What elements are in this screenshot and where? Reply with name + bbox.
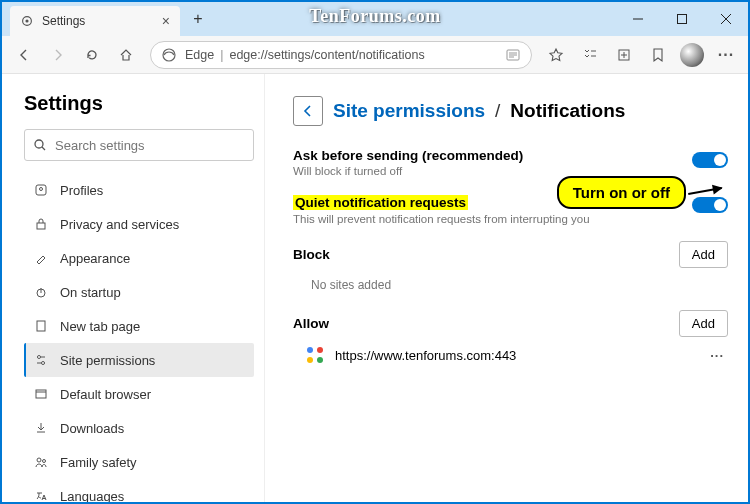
profile-icon <box>32 183 50 197</box>
address-url: edge://settings/content/notifications <box>229 48 424 62</box>
allowed-site-row: https://www.tenforums.com:443 ··· <box>307 347 728 363</box>
ask-before-sending-toggle[interactable] <box>692 152 728 168</box>
browser-tab[interactable]: Settings × <box>10 6 180 36</box>
breadcrumb-separator: / <box>495 100 500 122</box>
back-button[interactable] <box>293 96 323 126</box>
new-tab-button[interactable]: + <box>184 5 212 33</box>
svg-line-17 <box>42 147 45 150</box>
family-icon <box>32 455 50 469</box>
svg-point-19 <box>40 188 43 191</box>
site-favicon <box>307 347 323 363</box>
sidebar-item-startup[interactable]: On startup <box>24 275 254 309</box>
svg-rect-20 <box>37 223 45 229</box>
reading-mode-icon[interactable] <box>505 47 521 63</box>
brush-icon <box>32 251 50 265</box>
svg-rect-23 <box>37 321 45 331</box>
sidebar-item-family[interactable]: Family safety <box>24 445 254 479</box>
window-minimize-button[interactable] <box>616 4 660 34</box>
tab-title: Settings <box>42 14 85 28</box>
svg-rect-3 <box>678 15 687 24</box>
svg-rect-28 <box>36 390 46 398</box>
settings-sidebar: Settings Search settings Profiles Privac… <box>2 74 265 502</box>
sidebar-item-downloads[interactable]: Downloads <box>24 411 254 445</box>
allow-section-title: Allow <box>293 316 329 331</box>
notes-icon[interactable] <box>642 40 674 70</box>
quiet-requests-toggle[interactable] <box>692 197 728 213</box>
more-menu-icon[interactable]: ··· <box>710 40 742 70</box>
sidebar-item-default-browser[interactable]: Default browser <box>24 377 254 411</box>
close-tab-icon[interactable]: × <box>162 13 170 29</box>
gear-icon <box>20 14 34 28</box>
ask-before-sending-title: Ask before sending (recommended) <box>293 148 692 163</box>
power-icon <box>32 285 50 299</box>
block-add-button[interactable]: Add <box>679 241 728 268</box>
edge-icon <box>161 47 177 63</box>
collections-icon[interactable] <box>608 40 640 70</box>
nav-forward-button[interactable] <box>42 40 74 70</box>
nav-back-button[interactable] <box>8 40 40 70</box>
allowed-site-url: https://www.tenforums.com:443 <box>335 348 516 363</box>
sidebar-item-site-permissions[interactable]: Site permissions <box>24 343 254 377</box>
block-section-title: Block <box>293 247 330 262</box>
search-placeholder: Search settings <box>55 138 145 153</box>
search-input[interactable]: Search settings <box>24 129 254 161</box>
address-app-label: Edge <box>185 48 214 62</box>
breadcrumb-current: Notifications <box>510 100 625 122</box>
settings-content: Site permissions / Notifications Ask bef… <box>265 74 748 502</box>
address-separator: | <box>220 48 223 62</box>
profile-avatar[interactable] <box>680 43 704 67</box>
quiet-requests-desc: This will prevent notification requests … <box>293 213 692 225</box>
svg-point-1 <box>25 19 28 22</box>
sliders-icon <box>32 353 50 367</box>
page-icon <box>32 319 50 333</box>
callout-annotation: Turn on or off <box>557 176 686 209</box>
svg-point-16 <box>35 140 43 148</box>
browser-toolbar: Edge | edge://settings/content/notificat… <box>2 36 748 74</box>
breadcrumb-link[interactable]: Site permissions <box>333 100 485 122</box>
quiet-requests-title: Quiet notification requests <box>293 195 468 210</box>
settings-heading: Settings <box>24 92 254 115</box>
favorites-icon[interactable] <box>540 40 572 70</box>
sidebar-item-newtab[interactable]: New tab page <box>24 309 254 343</box>
allow-add-button[interactable]: Add <box>679 310 728 337</box>
svg-point-26 <box>38 356 41 359</box>
window-titlebar: Settings × + TenForums.com <box>2 2 748 36</box>
site-actions-button[interactable]: ··· <box>710 348 724 363</box>
nav-home-button[interactable] <box>110 40 142 70</box>
lock-icon <box>32 217 50 231</box>
download-icon <box>32 421 50 435</box>
sidebar-item-languages[interactable]: Languages <box>24 479 254 502</box>
sidebar-item-profiles[interactable]: Profiles <box>24 173 254 207</box>
watermark: TenForums.com <box>309 6 440 27</box>
svg-point-6 <box>163 49 175 61</box>
language-icon <box>32 489 50 502</box>
block-empty-message: No sites added <box>311 278 728 292</box>
search-icon <box>33 138 47 152</box>
window-close-button[interactable] <box>704 4 748 34</box>
sidebar-item-appearance[interactable]: Appearance <box>24 241 254 275</box>
window-icon <box>32 387 50 401</box>
address-bar[interactable]: Edge | edge://settings/content/notificat… <box>150 41 532 69</box>
nav-refresh-button[interactable] <box>76 40 108 70</box>
svg-point-30 <box>37 458 41 462</box>
svg-point-27 <box>42 362 45 365</box>
sidebar-item-privacy[interactable]: Privacy and services <box>24 207 254 241</box>
svg-point-31 <box>43 460 46 463</box>
window-maximize-button[interactable] <box>660 4 704 34</box>
favorites-list-icon[interactable] <box>574 40 606 70</box>
